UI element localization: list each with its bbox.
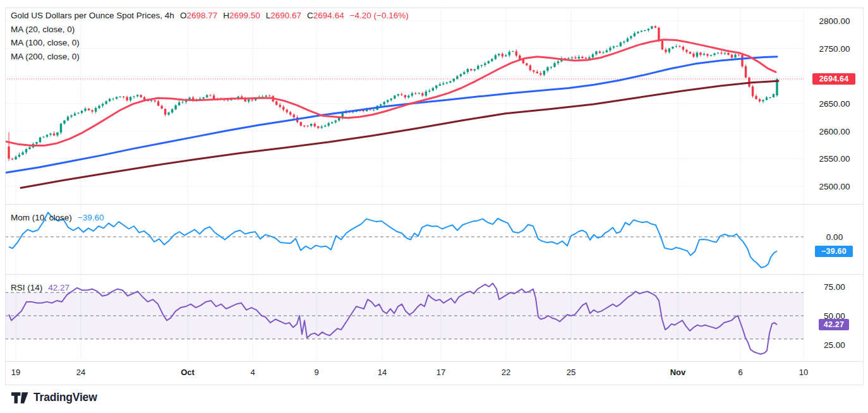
- tradingview-logo[interactable]: TradingView: [11, 391, 97, 404]
- price-axis-label: 2550.00: [807, 154, 862, 164]
- price-axis-label: 2800.00: [807, 16, 862, 26]
- rsi-legend[interactable]: RSI (14)42.27: [11, 283, 69, 292]
- open-value: 2698.77: [186, 11, 217, 20]
- last-price-badge: 2694.64: [812, 73, 855, 85]
- ma200-legend[interactable]: MA (200, close, 0): [11, 50, 409, 64]
- tradingview-logo-icon: [11, 392, 28, 404]
- time-axis-label: Oct: [181, 368, 195, 377]
- momentum-value-badge: −39.60: [815, 246, 853, 257]
- price-axis-label: 2600.00: [807, 126, 862, 136]
- momentum-value: −39.60: [78, 213, 104, 222]
- change-value: −4.20 (−0.16%): [350, 11, 409, 20]
- time-axis-label: 22: [502, 368, 510, 377]
- time-axis-label: 4: [250, 368, 255, 377]
- momentum-line[interactable]: [9, 212, 777, 267]
- rsi-axis-label: 25.00: [807, 340, 862, 350]
- momentum-legend[interactable]: Mom (10, close)−39.60: [11, 213, 104, 222]
- price-panel-legend: Gold US Dollars per Ounce Spot Prices, 4…: [11, 9, 409, 63]
- time-axis-label: 19: [11, 368, 20, 377]
- rsi-label: RSI (14): [11, 283, 42, 292]
- time-axis-label: 24: [76, 368, 85, 377]
- open-label: O: [180, 11, 187, 20]
- time-axis-label: 14: [378, 368, 387, 377]
- time-axis-label: 25: [567, 368, 576, 377]
- price-axis-label: 2650.00: [807, 99, 862, 109]
- time-axis-label: 9: [314, 368, 318, 377]
- low-value: 2690.67: [270, 11, 301, 20]
- close-value: 2694.64: [313, 11, 344, 20]
- momentum-label: Mom (10, close): [11, 213, 72, 222]
- time-axis-label: 17: [437, 368, 445, 377]
- ma200-line[interactable]: [21, 81, 778, 188]
- symbol-legend-row[interactable]: Gold US Dollars per Ounce Spot Prices, 4…: [11, 9, 409, 23]
- high-label: H: [223, 11, 229, 20]
- chart-widget: Gold US Dollars per Ounce Spot Prices, 4…: [0, 0, 868, 413]
- rsi-axis-label: 75.00: [807, 282, 862, 292]
- time-axis-label: 10: [799, 368, 808, 377]
- momentum-axis-label: 0.00: [807, 232, 862, 242]
- time-axis-label: 6: [738, 368, 742, 377]
- close-label: C: [307, 11, 313, 20]
- rsi-value-badge: 42.27: [819, 319, 849, 330]
- ma100-legend[interactable]: MA (100, close, 0): [11, 36, 409, 50]
- rsi-value: 42.27: [48, 283, 69, 292]
- symbol-title: Gold US Dollars per Ounce Spot Prices, 4…: [11, 11, 174, 20]
- ma100-line[interactable]: [6, 57, 777, 172]
- high-value: 2699.50: [229, 11, 260, 20]
- price-axis-label: 2750.00: [807, 44, 862, 53]
- tradingview-wordmark: TradingView: [33, 391, 97, 404]
- price-axis-label: 2500.00: [807, 182, 862, 191]
- rsi-axis-label: 50.00: [807, 311, 862, 321]
- time-axis-label: Nov: [670, 368, 686, 377]
- ma20-legend[interactable]: MA (20, close, 0): [11, 23, 409, 37]
